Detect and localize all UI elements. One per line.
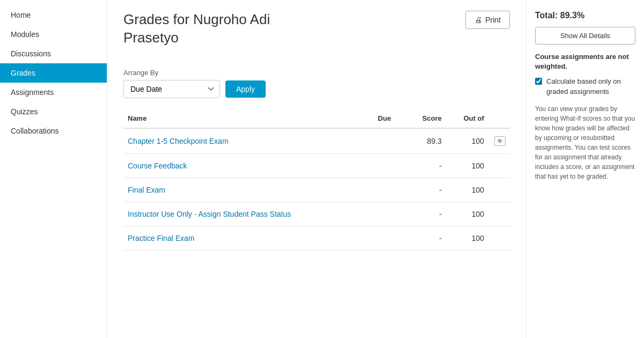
row-icon: [488, 153, 510, 178]
apply-button[interactable]: Apply: [225, 80, 266, 98]
assignment-link[interactable]: Final Exam: [128, 186, 165, 194]
row-icon: [488, 178, 510, 202]
total-grade: Total: 89.3%: [535, 11, 635, 20]
table-header: Name Due Score Out of: [123, 109, 510, 128]
row-icon: 👁: [488, 128, 510, 154]
sidebar: HomeModulesDiscussionsGradesAssignmentsQ…: [0, 0, 107, 338]
row-outof: 100: [446, 153, 488, 178]
sidebar-item-collaborations[interactable]: Collaborations: [0, 121, 107, 141]
row-due: [374, 178, 405, 202]
row-score: -: [405, 153, 446, 178]
row-name: Practice Final Exam: [123, 226, 374, 250]
table-row: Final Exam-100: [123, 178, 510, 202]
col-outof: Out of: [446, 109, 488, 128]
row-outof: 100: [446, 226, 488, 250]
row-score: 89.3: [405, 128, 446, 154]
row-score: -: [405, 202, 446, 226]
row-due: [374, 226, 405, 250]
course-note: Course assignments are not weighted.: [535, 52, 635, 71]
table-header-row: Name Due Score Out of: [123, 109, 510, 128]
main-content: Grades for Nugroho Adi Prasetyo 🖨 Print …: [107, 0, 526, 338]
row-outof: 100: [446, 202, 488, 226]
arrange-row: Due DateTitleModuleAssignment Group Appl…: [123, 80, 510, 98]
row-due: [374, 202, 405, 226]
sidebar-item-assignments[interactable]: Assignments: [0, 83, 107, 102]
assignment-link[interactable]: Practice Final Exam: [128, 234, 194, 243]
calculate-checkbox[interactable]: [535, 78, 542, 85]
printer-icon: 🖨: [474, 16, 482, 24]
sidebar-item-grades[interactable]: Grades: [0, 63, 107, 83]
col-name: Name: [123, 109, 374, 128]
sidebar-item-home[interactable]: Home: [0, 5, 107, 25]
arrange-by-label: Arrange By: [123, 69, 510, 77]
row-due: [374, 128, 405, 154]
row-score: -: [405, 226, 446, 250]
show-all-details-button[interactable]: Show All Details: [535, 27, 635, 45]
calculate-checkbox-row: Calculate based only on graded assignmen…: [535, 77, 635, 96]
col-score: Score: [405, 109, 446, 128]
arrange-by-select[interactable]: Due DateTitleModuleAssignment Group: [123, 80, 220, 98]
col-actions: [488, 109, 510, 128]
table-row: Course Feedback-100: [123, 153, 510, 178]
sidebar-item-modules[interactable]: Modules: [0, 25, 107, 44]
arrange-section: Arrange By Due DateTitleModuleAssignment…: [123, 69, 510, 98]
row-name: Instructor Use Only - Assign Student Pas…: [123, 202, 374, 226]
row-name: Course Feedback: [123, 153, 374, 178]
whatif-description: You can view your grades by entering Wha…: [535, 104, 635, 181]
page-title: Grades for Nugroho Adi Prasetyo: [123, 11, 270, 47]
right-panel: Total: 89.3% Show All Details Course ass…: [526, 0, 644, 338]
calculate-checkbox-label[interactable]: Calculate based only on graded assignmen…: [546, 77, 635, 96]
row-due: [374, 153, 405, 178]
table-row: Practice Final Exam-100: [123, 226, 510, 250]
sidebar-item-quizzes[interactable]: Quizzes: [0, 102, 107, 121]
assignment-link[interactable]: Instructor Use Only - Assign Student Pas…: [128, 210, 291, 218]
print-button-row: 🖨 Print: [465, 11, 510, 29]
sidebar-item-discussions[interactable]: Discussions: [0, 44, 107, 63]
col-due: Due: [374, 109, 405, 128]
table-row: Instructor Use Only - Assign Student Pas…: [123, 202, 510, 226]
row-name: Final Exam: [123, 178, 374, 202]
row-outof: 100: [446, 128, 488, 154]
row-score: -: [405, 178, 446, 202]
grades-table: Name Due Score Out of Chapter 1-5 Checkp…: [123, 109, 510, 251]
row-icon: [488, 226, 510, 250]
table-body: Chapter 1-5 Checkpoint Exam89.3100👁Cours…: [123, 128, 510, 251]
print-button[interactable]: 🖨 Print: [465, 11, 510, 29]
table-row: Chapter 1-5 Checkpoint Exam89.3100👁: [123, 128, 510, 154]
row-outof: 100: [446, 178, 488, 202]
whatif-icon[interactable]: 👁: [494, 136, 506, 146]
assignment-link[interactable]: Course Feedback: [128, 161, 187, 170]
page-header: Grades for Nugroho Adi Prasetyo 🖨 Print: [123, 11, 510, 58]
row-name: Chapter 1-5 Checkpoint Exam: [123, 128, 374, 154]
row-icon: [488, 202, 510, 226]
assignment-link[interactable]: Chapter 1-5 Checkpoint Exam: [128, 137, 229, 145]
